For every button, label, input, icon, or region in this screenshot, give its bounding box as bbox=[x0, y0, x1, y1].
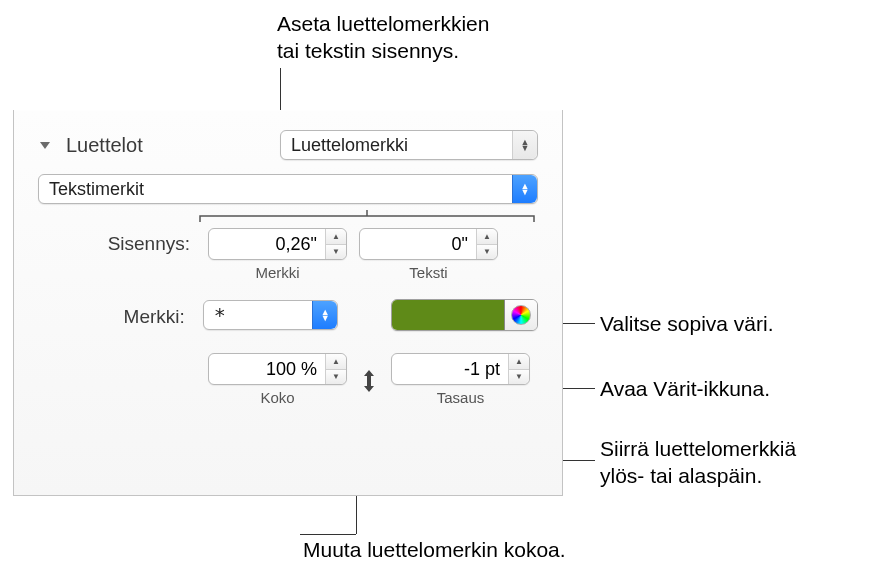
vertical-arrows-icon bbox=[359, 368, 379, 394]
text-indent-sublabel: Teksti bbox=[409, 264, 447, 281]
stepper-up-icon[interactable]: ▲ bbox=[477, 229, 497, 244]
section-title: Luettelot bbox=[60, 134, 272, 157]
annotation-change-size: Muuta luettelomerkin kokoa. bbox=[303, 536, 566, 563]
callout-line bbox=[300, 534, 356, 535]
bullet-size-input[interactable] bbox=[209, 359, 325, 380]
popup-label: Luettelomerkki bbox=[281, 135, 512, 156]
bullet-color-group bbox=[391, 299, 538, 331]
bullet-indent-field[interactable]: ▲ ▼ bbox=[208, 228, 347, 260]
annotation-move-bullet: Siirrä luettelomerkkiä ylös- tai alaspäi… bbox=[600, 435, 796, 490]
align-sublabel: Tasaus bbox=[437, 389, 485, 406]
bullet-align-field[interactable]: ▲ ▼ bbox=[391, 353, 530, 385]
updown-arrows-icon: ▲▼ bbox=[512, 131, 537, 159]
text-indent-stepper[interactable]: ▲ ▼ bbox=[476, 229, 497, 259]
list-type-popup[interactable]: Luettelomerkki ▲▼ bbox=[280, 130, 538, 160]
color-well[interactable] bbox=[392, 300, 505, 330]
updown-arrows-icon: ▲▼ bbox=[312, 301, 337, 329]
annotation-choose-color: Valitse sopiva väri. bbox=[600, 310, 774, 337]
bullet-size-stepper[interactable]: ▲ ▼ bbox=[325, 354, 346, 384]
size-sublabel: Koko bbox=[260, 389, 294, 406]
bullet-indent-sublabel: Merkki bbox=[255, 264, 299, 281]
text-indent-field[interactable]: ▲ ▼ bbox=[359, 228, 498, 260]
bullet-indent-stepper[interactable]: ▲ ▼ bbox=[325, 229, 346, 259]
annotation-set-indent: Aseta luettelomerkkien tai tekstin sisen… bbox=[277, 10, 489, 65]
annotation-open-colors: Avaa Värit-ikkuna. bbox=[600, 375, 770, 402]
indent-label: Sisennys: bbox=[38, 228, 196, 255]
stepper-up-icon[interactable]: ▲ bbox=[509, 354, 529, 369]
stepper-down-icon[interactable]: ▼ bbox=[326, 244, 346, 260]
stepper-up-icon[interactable]: ▲ bbox=[326, 354, 346, 369]
bullet-indent-input[interactable] bbox=[209, 234, 325, 255]
open-colors-button[interactable] bbox=[505, 300, 537, 330]
bullet-size-field[interactable]: ▲ ▼ bbox=[208, 353, 347, 385]
disclosure-down-icon[interactable] bbox=[38, 138, 52, 152]
stepper-down-icon[interactable]: ▼ bbox=[326, 369, 346, 385]
bullet-align-stepper[interactable]: ▲ ▼ bbox=[508, 354, 529, 384]
stepper-down-icon[interactable]: ▼ bbox=[477, 244, 497, 260]
updown-arrows-icon: ▲▼ bbox=[512, 175, 537, 203]
popup-label: * bbox=[204, 303, 312, 327]
bullet-char-popup[interactable]: * ▲▼ bbox=[203, 300, 338, 330]
bullet-align-input[interactable] bbox=[392, 359, 508, 380]
stepper-down-icon[interactable]: ▼ bbox=[509, 369, 529, 385]
color-wheel-icon bbox=[511, 305, 531, 325]
stepper-up-icon[interactable]: ▲ bbox=[326, 229, 346, 244]
character-label: Merkki: bbox=[38, 303, 191, 328]
lists-panel: Luettelot Luettelomerkki ▲▼ Tekstimerkit… bbox=[13, 110, 563, 496]
bullet-style-popup[interactable]: Tekstimerkit ▲▼ bbox=[38, 174, 538, 204]
popup-label: Tekstimerkit bbox=[39, 179, 512, 200]
indent-bracket bbox=[38, 210, 538, 224]
text-indent-input[interactable] bbox=[360, 234, 476, 255]
